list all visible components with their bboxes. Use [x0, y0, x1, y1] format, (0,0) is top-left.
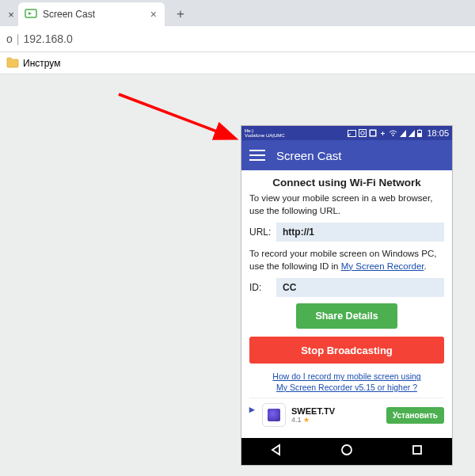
svg-rect-13 [419, 130, 420, 131]
battery-icon [417, 129, 422, 137]
star-icon: ★ [303, 416, 310, 424]
svg-rect-14 [418, 133, 421, 136]
new-tab-button[interactable]: + [169, 3, 192, 25]
nav-prefix: о [6, 32, 13, 45]
divider: | [17, 32, 20, 45]
section-heading: Connect using Wi-Fi Network [249, 177, 444, 188]
id-label: ID: [249, 282, 276, 293]
browser-bookmarks-bar: Инструм [0, 52, 475, 74]
svg-marker-18 [272, 445, 279, 455]
back-icon[interactable] [270, 444, 283, 459]
network-icon [379, 130, 386, 137]
ad-title: SWEET.TV [291, 406, 335, 416]
signal-icon [400, 130, 406, 137]
wifi-icon [389, 130, 397, 137]
svg-marker-11 [408, 130, 415, 137]
address-text[interactable]: 192.168.0 [23, 32, 72, 45]
menu-icon[interactable] [249, 150, 265, 161]
arrow-annotation [115, 90, 249, 150]
close-icon[interactable]: × [150, 8, 157, 21]
ad-close-icon[interactable]: ▸ [249, 403, 259, 415]
cast-icon [348, 130, 356, 137]
stop-broadcasting-button[interactable]: Stop Broadcasting [249, 337, 444, 364]
app-content: Connect using Wi-Fi Network To view your… [241, 170, 452, 438]
id-field[interactable]: CC [276, 278, 444, 297]
clock-time: 18:05 [427, 128, 449, 138]
svg-line-3 [119, 94, 234, 138]
svg-point-9 [393, 135, 394, 136]
browser-viewport: life:) Vodafone UA|UMC 18:05 Screen Cast [0, 74, 475, 476]
app-bar: Screen Cast [241, 140, 452, 170]
share-button[interactable]: Share Details [296, 303, 397, 329]
svg-rect-8 [370, 131, 375, 135]
phone-frame: life:) Vodafone UA|UMC 18:05 Screen Cast [241, 125, 453, 466]
signal-icon [408, 130, 415, 137]
url-field[interactable]: http://1 [276, 223, 444, 242]
section-description: To record your mobile screen on Windows … [249, 248, 444, 272]
svg-rect-5 [359, 130, 367, 137]
svg-point-19 [342, 445, 352, 455]
tab-title: Screen Cast [43, 9, 95, 20]
section-description: To view your mobile screen in a web brow… [249, 192, 444, 217]
android-status-bar: life:) Vodafone UA|UMC 18:05 [241, 126, 452, 140]
browser-tab-bar: × Screen Cast × + [0, 0, 475, 26]
help-link-block: How do I record my mobile screen using M… [249, 371, 444, 393]
svg-rect-20 [413, 446, 421, 454]
folder-icon [6, 57, 19, 70]
svg-point-6 [361, 131, 365, 135]
browser-tab-active[interactable]: Screen Cast × [18, 2, 165, 26]
help-link[interactable]: How do I record my mobile screen using M… [272, 371, 420, 393]
svg-marker-10 [400, 130, 406, 137]
ad-app-icon[interactable] [262, 403, 286, 427]
ad-install-button[interactable]: Установить [386, 407, 444, 424]
bookmark-item[interactable]: Инструм [23, 58, 60, 69]
android-nav-bar [241, 438, 452, 465]
recorder-link[interactable]: My Screen Recorder [341, 261, 424, 271]
recent-apps-icon[interactable] [411, 444, 424, 459]
ad-rating: 4.1★ [291, 416, 335, 424]
tab-favicon [25, 8, 37, 21]
carrier-label: Vodafone UA|UMC [245, 133, 285, 138]
app-icon [359, 129, 367, 137]
app-title: Screen Cast [276, 149, 342, 162]
home-icon[interactable] [340, 444, 353, 459]
svg-rect-4 [348, 130, 356, 136]
notification-icon [369, 129, 377, 137]
ad-banner: ▸ SWEET.TV 4.1★ Установить [249, 398, 444, 430]
browser-address-bar: о | 192.168.0 [0, 26, 475, 52]
url-label: URL: [249, 227, 276, 238]
close-icon[interactable]: × [4, 2, 18, 26]
